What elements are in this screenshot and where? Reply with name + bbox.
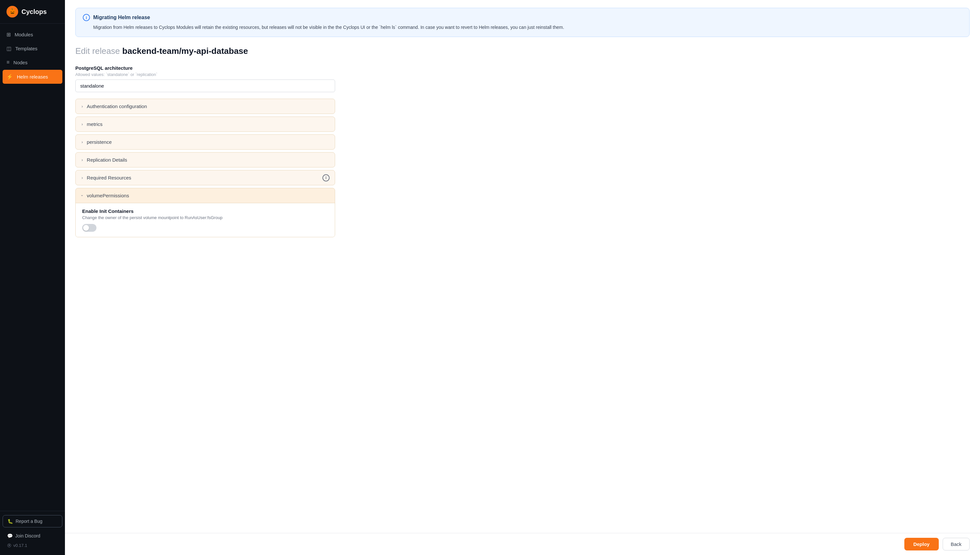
sidebar-item-nodes[interactable]: ≡ Nodes [0, 56, 65, 69]
accordion-volume-permissions-header[interactable]: › volumePermissions [76, 188, 335, 203]
accordion-persistence: › persistence [76, 135, 335, 150]
chevron-icon: › [82, 140, 83, 144]
postgres-field-hint: Allowed values: `standalone` or `replica… [76, 72, 970, 77]
version-label: v0.17.1 [13, 543, 27, 548]
accordion-persistence-header[interactable]: › persistence [76, 135, 335, 149]
info-banner-body: Migration from Helm releases to Cyclops … [83, 24, 962, 31]
github-icon: ⦿ [7, 543, 11, 548]
accordion-list: › Authentication configuration › metrics… [76, 99, 335, 237]
logo-area: 🎃 Cyclops [0, 0, 65, 24]
accordion-required-resources-header[interactable]: › Required Resources i [76, 170, 335, 185]
helm-icon: ⚡ [6, 74, 13, 80]
accordion-label: metrics [87, 121, 102, 127]
sidebar-item-templates[interactable]: ◫ Templates [0, 42, 65, 56]
chevron-icon: › [80, 195, 85, 196]
accordion-label: Required Resources [87, 175, 131, 180]
sidebar-item-label: Nodes [13, 60, 27, 65]
app-name: Cyclops [21, 8, 47, 16]
bug-icon: 🐛 [8, 519, 13, 524]
page-title: Edit release backend-team/my-api-databas… [76, 46, 970, 56]
accordion-metrics: › metrics [76, 117, 335, 132]
postgres-field-label: PostgreSQL architecture [76, 65, 970, 71]
nodes-icon: ≡ [6, 59, 10, 65]
sidebar: 🎃 Cyclops ⊞ Modules ◫ Templates ≡ Nodes … [0, 0, 65, 555]
page-title-prefix: Edit release [76, 46, 120, 56]
accordion-metrics-header[interactable]: › metrics [76, 117, 335, 132]
info-banner-title-text: Migrating Helm release [93, 14, 150, 21]
chevron-icon: › [82, 175, 83, 180]
report-bug-label: Report a Bug [16, 519, 43, 524]
accordion-info-icon[interactable]: i [323, 174, 329, 181]
version-info: ⦿ v0.17.1 [3, 541, 62, 550]
sidebar-item-label: Helm releases [17, 74, 48, 80]
modules-icon: ⊞ [6, 32, 11, 38]
enable-init-containers-field: Enable Init Containers Change the owner … [82, 209, 328, 232]
sidebar-nav: ⊞ Modules ◫ Templates ≡ Nodes ⚡ Helm rel… [0, 24, 65, 511]
accordion-auth-config: › Authentication configuration [76, 99, 335, 114]
report-bug-button[interactable]: 🐛 Report a Bug [3, 515, 62, 528]
discord-icon: 💬 [7, 533, 13, 539]
accordion-replication-details-header[interactable]: › Replication Details [76, 152, 335, 167]
logo-icon: 🎃 [6, 6, 18, 18]
back-button[interactable]: Back [943, 538, 970, 550]
info-icon: i [83, 14, 90, 21]
deploy-button[interactable]: Deploy [904, 538, 939, 550]
info-banner: i Migrating Helm release Migration from … [76, 8, 970, 37]
accordion-label: Authentication configuration [87, 104, 147, 109]
join-discord-label: Join Discord [15, 533, 40, 539]
accordion-required-resources: › Required Resources i [76, 170, 335, 185]
accordion-auth-config-header[interactable]: › Authentication configuration [76, 99, 335, 114]
templates-icon: ◫ [6, 45, 11, 51]
postgres-architecture-input[interactable] [76, 80, 335, 92]
sidebar-item-modules[interactable]: ⊞ Modules [0, 27, 65, 42]
sidebar-item-label: Templates [15, 46, 37, 51]
chevron-icon: › [82, 104, 83, 109]
accordion-label: persistence [87, 139, 112, 145]
footer-bar: Deploy Back [65, 533, 980, 555]
page-title-bold: backend-team/my-api-database [122, 46, 248, 56]
sidebar-item-helm-releases[interactable]: ⚡ Helm releases [3, 70, 62, 84]
sidebar-item-label: Modules [14, 32, 33, 37]
join-discord-link[interactable]: 💬 Join Discord [3, 531, 62, 541]
accordion-label: volumePermissions [87, 193, 129, 198]
main-content: i Migrating Helm release Migration from … [65, 0, 980, 555]
enable-init-containers-toggle[interactable] [82, 224, 96, 232]
chevron-icon: › [82, 122, 83, 127]
accordion-volume-permissions-body: Enable Init Containers Change the owner … [76, 203, 335, 237]
chevron-icon: › [82, 157, 83, 162]
toggle-label: Enable Init Containers [82, 209, 328, 214]
accordion-replication-details: › Replication Details [76, 152, 335, 167]
postgres-architecture-section: PostgreSQL architecture Allowed values: … [76, 65, 970, 92]
toggle-hint: Change the owner of the persist volume m… [82, 215, 328, 220]
accordion-volume-permissions: › volumePermissions Enable Init Containe… [76, 188, 335, 237]
sidebar-bottom: 🐛 Report a Bug 💬 Join Discord ⦿ v0.17.1 [0, 511, 65, 555]
accordion-label: Replication Details [87, 157, 127, 163]
info-banner-title: i Migrating Helm release [83, 14, 962, 21]
